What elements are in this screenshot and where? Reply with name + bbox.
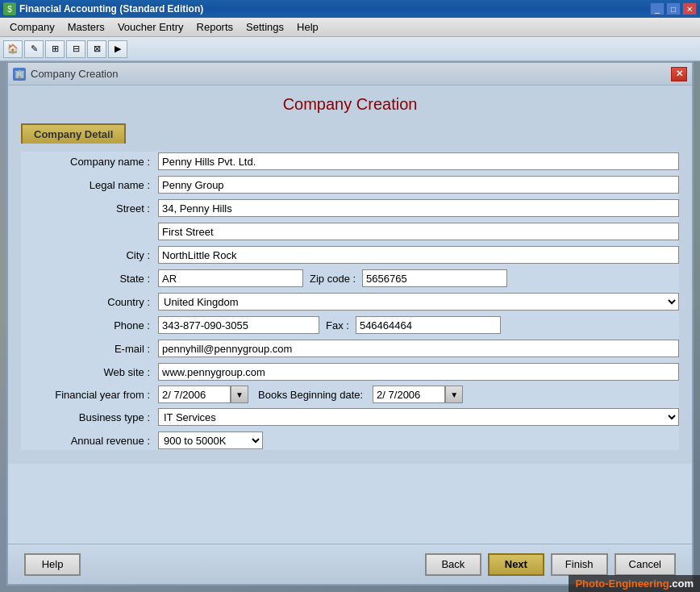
app-title: Financial Accounting (Standard Edition) [19,3,650,15]
close-app-button[interactable]: ✕ [682,2,697,15]
next-button[interactable]: Next [488,553,544,576]
toolbar-btn-6[interactable]: ▶ [108,40,127,58]
nav-button-group: Back Next Finish Cancel [425,553,676,576]
financial-year-row: Financial year from : ▼ Books Beginning … [21,386,679,403]
books-beginning-label: Books Beginning date: [248,389,373,401]
tab-company-detail[interactable]: Company Detail [21,123,126,144]
window-icon: 🏢 [13,68,26,81]
zip-input[interactable] [362,269,507,287]
state-zip-row: State : Zip code : [21,269,679,288]
website-input[interactable] [158,363,679,381]
fin-year-input[interactable] [158,386,231,403]
minimize-button[interactable]: _ [650,2,665,15]
toolbar: 🏠 ✎ ⊞ ⊟ ⊠ ▶ [0,37,700,61]
business-type-select[interactable]: IT Services Manufacturing Retail Finance [158,408,679,426]
menu-help[interactable]: Help [290,19,325,35]
phone-input[interactable] [158,316,319,334]
menu-reports[interactable]: Reports [190,19,240,35]
form-area: Company Creation Company Detail Company … [8,85,692,464]
street-input-1[interactable] [158,199,679,217]
street-label: Street : [21,202,158,215]
finish-button[interactable]: Finish [551,553,608,576]
fin-year-calendar-button[interactable]: ▼ [231,386,248,403]
menu-masters[interactable]: Masters [61,19,111,35]
country-select[interactable]: United Kingdom United States India Austr… [158,293,679,311]
window-title: Company Creation [31,68,671,80]
annual-revenue-select[interactable]: 900 to 5000K 0 to 100K 100K to 900K 5000… [158,431,263,449]
company-name-input[interactable] [158,152,679,170]
taskbar: $ Financial Accounting (Standard Edition… [0,0,700,18]
help-button[interactable]: Help [24,553,81,576]
website-label: Web site : [21,366,158,378]
city-row: City : [21,245,679,265]
maximize-button[interactable]: □ [666,2,681,15]
tab-bar: Company Detail [21,123,679,144]
window-close-button[interactable]: ✕ [671,67,687,81]
email-input[interactable] [158,340,679,357]
menu-voucher-entry[interactable]: Voucher Entry [111,19,190,35]
city-label: City : [21,249,158,261]
state-input[interactable] [158,269,303,287]
phone-label: Phone : [21,319,158,331]
menu-settings[interactable]: Settings [240,19,290,35]
annual-revenue-row: Annual revenue : 900 to 5000K 0 to 100K … [21,431,679,450]
email-label: E-mail : [21,343,158,355]
taskbar-controls: _ □ ✕ [650,2,697,15]
email-row: E-mail : [21,339,679,358]
website-row: Web site : [21,362,679,381]
fax-label: Fax : [319,319,356,331]
menubar: Company Masters Voucher Entry Reports Se… [0,18,700,37]
legal-name-label: Legal name : [21,179,158,191]
toolbar-btn-1[interactable]: 🏠 [3,40,23,58]
toolbar-btn-2[interactable]: ✎ [24,40,44,58]
back-button[interactable]: Back [425,553,481,576]
main-window: 🏢 Company Creation ✕ Company Creation Co… [6,61,694,586]
street-row-1: Street : [21,198,679,218]
street-input-2[interactable] [158,223,679,240]
phone-fax-row: Phone : Fax : [21,315,679,335]
business-type-row: Business type : IT Services Manufacturin… [21,407,679,427]
city-input[interactable] [158,246,679,264]
books-date-input[interactable] [373,386,445,403]
state-label: State : [21,273,158,285]
fin-year-label: Financial year from : [21,389,158,401]
legal-name-row: Legal name : [21,175,679,194]
form-title: Company Creation [21,95,679,114]
books-calendar-button[interactable]: ▼ [445,386,463,403]
app-icon: $ [3,2,16,15]
toolbar-btn-4[interactable]: ⊟ [66,40,85,58]
company-name-row: Company name : [21,152,679,171]
watermark: Photo-Engineering.com [569,575,700,592]
toolbar-btn-3[interactable]: ⊞ [45,40,65,58]
street-row-2 [21,222,679,241]
annual-revenue-label: Annual revenue : [21,435,158,447]
country-row: Country : United Kingdom United States I… [21,292,679,311]
menu-company[interactable]: Company [3,19,61,35]
zip-label: Zip code : [303,273,362,285]
legal-name-input[interactable] [158,176,679,194]
watermark-highlight: Photo-Engineering [575,577,669,590]
fax-input[interactable] [356,316,501,334]
toolbar-btn-5[interactable]: ⊠ [87,40,106,58]
country-label: Country : [21,296,158,308]
cancel-button[interactable]: Cancel [615,553,676,576]
business-type-label: Business type : [21,411,158,423]
form-inner: Company name : Legal name : Street : Cit… [21,152,679,450]
company-name-label: Company name : [21,156,158,168]
window-titlebar: 🏢 Company Creation ✕ [8,63,692,85]
